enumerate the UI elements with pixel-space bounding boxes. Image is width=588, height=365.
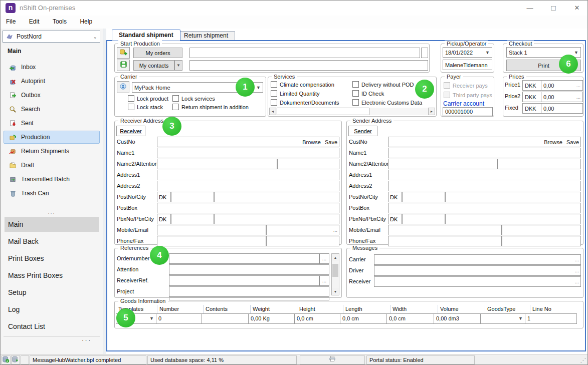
sidebar-item-autoprint[interactable]: Autoprint — [4, 75, 100, 88]
pickup-date-select[interactable]: 18/01/2022 ▼ — [443, 47, 492, 58]
receiver-attention-field[interactable] — [277, 159, 339, 169]
contents-cell[interactable] — [202, 313, 249, 324]
sidebar-nav-log[interactable]: Log — [5, 302, 99, 317]
contact-search-input[interactable] — [189, 60, 428, 71]
receiver-pbxno-field[interactable] — [171, 214, 214, 224]
operator-input[interactable] — [443, 60, 492, 70]
save-order-button[interactable] — [117, 60, 130, 71]
receiver-pbxcity-field[interactable] — [214, 214, 339, 224]
my-contacts-dropdown-button[interactable]: ▼ — [174, 60, 182, 71]
attention-field[interactable] — [169, 264, 329, 275]
menu-file[interactable]: File — [1, 16, 21, 28]
references-scrollbar[interactable]: ▲ ▼ — [331, 253, 339, 295]
electronic-customs-checkbox[interactable]: Electronic Customs Data — [352, 99, 422, 106]
sender-browse-button[interactable]: Browse — [544, 139, 562, 145]
return-shipment-addition-checkbox[interactable]: Return shipment in addition — [172, 104, 249, 110]
receiver-country-field[interactable]: DK — [157, 192, 171, 202]
receiver-pays-checkbox[interactable]: Receiver pays — [444, 82, 488, 89]
receiver-address1-field[interactable] — [157, 170, 339, 180]
receiver-message-field[interactable]: ... — [374, 276, 581, 287]
receiverref-more-button[interactable]: ... — [319, 275, 329, 286]
more-icon[interactable]: ... — [333, 227, 337, 233]
close-button[interactable]: ✕ — [568, 2, 585, 15]
minimize-button[interactable]: — — [521, 2, 538, 15]
lock-stack-checkbox[interactable]: Lock stack — [128, 104, 163, 110]
order-search-aux-field[interactable] — [421, 48, 428, 58]
more-icon[interactable]: ... — [575, 279, 579, 284]
sidebar-collapse-handle[interactable]: ... — [1, 209, 103, 215]
more-icon[interactable]: ... — [576, 94, 580, 100]
carrier-message-field[interactable]: ... — [374, 254, 581, 265]
more-icon[interactable]: ... — [576, 83, 580, 88]
order-search-input[interactable] — [189, 48, 420, 58]
sidebar-item-search[interactable]: Search — [4, 103, 100, 116]
my-contacts-button[interactable]: My contacts — [133, 60, 174, 71]
carrier-account-input[interactable] — [443, 107, 493, 116]
sender-custno-field[interactable]: BrowseSave — [388, 137, 581, 147]
carrier-account-link[interactable]: Carrier account — [443, 100, 484, 107]
more-icon[interactable]: ... — [575, 268, 579, 273]
third-party-pays-checkbox[interactable]: Third party pays — [444, 92, 492, 98]
receiver-postbox-field[interactable] — [157, 203, 339, 213]
sidebar-nav-mass-print-boxes[interactable]: Mass Print Boxes — [5, 268, 99, 283]
receiver-address2-field[interactable] — [157, 181, 339, 191]
partial-reference-field[interactable] — [169, 297, 329, 300]
scroll-right-arrow-icon[interactable]: ► — [428, 108, 435, 115]
sidebar-item-transmitted-batch[interactable]: Transmitted Batch — [4, 173, 100, 186]
sender-postbox-field[interactable] — [388, 203, 581, 213]
id-check-checkbox[interactable]: ID Check — [352, 90, 384, 97]
goodstype-select[interactable]: ▼ — [480, 313, 525, 324]
receiver-browse-button[interactable]: Browse — [302, 139, 321, 145]
sidebar-item-production[interactable]: Production — [4, 131, 100, 144]
length-cell[interactable]: 0,0 cm — [340, 313, 387, 324]
price1-value[interactable]: 0,00... — [541, 80, 583, 91]
receiverref-field[interactable] — [169, 275, 319, 286]
sidebar-overflow-button[interactable]: ... — [82, 335, 92, 342]
ordernumber-field[interactable] — [169, 253, 319, 264]
climate-compensation-checkbox[interactable]: Climate compensation — [271, 81, 334, 88]
sidebar-nav-mail-back[interactable]: Mail Back — [5, 234, 99, 249]
tab-return-shipment[interactable]: Return shipment — [177, 31, 235, 40]
scroll-left-arrow-icon[interactable]: ◄ — [269, 108, 276, 115]
height-cell[interactable]: 0,0 cm — [294, 313, 340, 324]
volume-cell[interactable]: 0,00 dm3 — [434, 313, 481, 324]
sender-city-field[interactable] — [445, 192, 581, 202]
sender-name1-field[interactable] — [388, 148, 581, 158]
sender-save-button[interactable]: Save — [566, 139, 579, 145]
menu-help[interactable]: Help — [74, 16, 98, 28]
project-field[interactable] — [169, 286, 329, 297]
scroll-up-arrow-icon[interactable]: ▲ — [332, 254, 339, 261]
sender-attention-field[interactable] — [497, 159, 581, 169]
sender-pbx-country-field[interactable]: DK — [388, 214, 402, 224]
sidebar-item-inbox[interactable]: Inbox — [4, 61, 100, 74]
documents-checkbox[interactable]: Dokumenter/Documents — [271, 99, 339, 106]
scroll-down-arrow-icon[interactable]: ▼ — [332, 288, 339, 295]
scrollbar-thumb[interactable] — [277, 108, 369, 115]
sender-postno-field[interactable] — [402, 192, 445, 202]
sender-country-field[interactable]: DK — [388, 192, 402, 202]
carrier-select[interactable]: PostNord ⌄ — [3, 31, 100, 43]
sender-email-field[interactable] — [502, 225, 581, 235]
my-orders-button[interactable]: My orders — [133, 48, 182, 58]
scrollbar-thumb[interactable] — [332, 264, 338, 277]
weight-cell[interactable]: 0,00 Kg — [248, 313, 295, 324]
sidebar-nav-setup[interactable]: Setup — [5, 285, 99, 300]
sender-phone-field[interactable] — [388, 236, 502, 246]
services-scrollbar[interactable]: ◄ ► — [269, 108, 435, 115]
sidebar-item-sent[interactable]: Sent — [4, 117, 100, 130]
driver-message-field[interactable]: ... — [374, 265, 581, 276]
fixed-price-value[interactable]: 0,00 — [541, 103, 583, 114]
receiver-fax-field[interactable] — [266, 236, 339, 246]
receiver-custno-field[interactable]: BrowseSave — [157, 137, 339, 147]
menu-edit[interactable]: Edit — [24, 16, 45, 28]
receiver-postno-field[interactable] — [171, 192, 214, 202]
tab-standard-shipment[interactable]: Standard shipment — [112, 30, 180, 41]
delivery-without-pod-checkbox[interactable]: Delivery without POD — [352, 81, 414, 88]
sidebar-item-return-shipments[interactable]: Return Shipments — [4, 145, 100, 158]
number-cell[interactable]: 0 — [156, 313, 202, 324]
lock-services-checkbox[interactable]: Lock services — [172, 95, 215, 102]
sender-address1-field[interactable] — [388, 170, 581, 180]
sidebar-item-outbox[interactable]: Outbox — [4, 89, 100, 102]
sender-fax-field[interactable] — [502, 236, 581, 246]
sidebar-item-draft[interactable]: Draft — [4, 159, 100, 172]
